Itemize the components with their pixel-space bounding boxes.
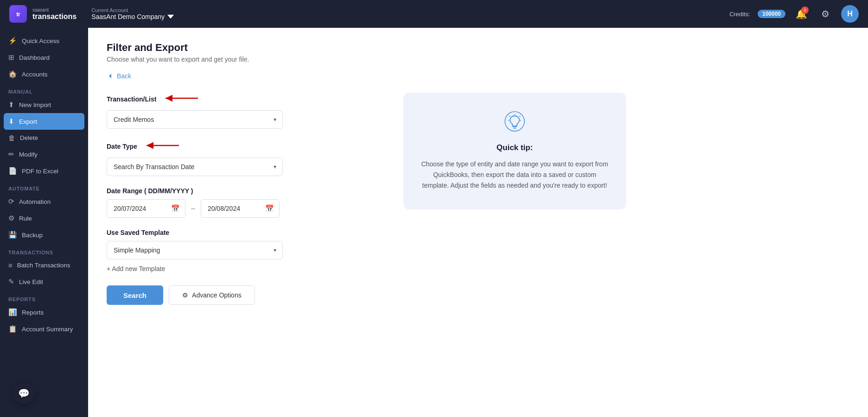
page-title: Filter and Export <box>107 42 849 54</box>
red-arrow-date-icon <box>142 140 179 151</box>
date-from-input[interactable] <box>107 199 185 218</box>
sidebar-item-export[interactable]: ⬇ Export <box>4 113 84 130</box>
modify-icon: ✏ <box>8 150 14 158</box>
date-type-group: Date Type <box>107 140 385 176</box>
date-to-wrapper: 📅 <box>201 199 280 218</box>
add-template-button[interactable]: + Add new Template <box>107 265 385 272</box>
sidebar-item-accounts[interactable]: 🏠 Accounts <box>0 66 88 82</box>
pdf-icon: 📄 <box>8 167 17 175</box>
tip-lightbulb-svg <box>504 111 525 132</box>
summary-icon: 📋 <box>8 325 17 333</box>
tip-text: Choose the type of entity and date range… <box>420 159 609 191</box>
quick-access-icon: ⚡ <box>8 37 17 45</box>
svg-line-7 <box>509 116 510 117</box>
sidebar-item-backup[interactable]: 💾 Backup <box>0 227 88 243</box>
topnav: tr saasant transactions Current Account … <box>0 0 868 28</box>
transaction-list-group: Transaction/List <box>107 93 385 129</box>
chat-bubble-button[interactable]: 💬 <box>13 383 34 404</box>
tip-card: Quick tip: Choose the type of entity and… <box>403 93 626 209</box>
rule-icon: ⚙ <box>8 214 14 222</box>
content-grid: Transaction/List <box>107 93 849 305</box>
sidebar-item-account-summary[interactable]: 📋 Account Summary <box>0 321 88 337</box>
topnav-left: tr saasant transactions Current Account … <box>9 5 174 23</box>
template-select-wrapper: Simple Mapping Advanced Mapping Custom T… <box>107 241 283 259</box>
template-row: Simple Mapping Advanced Mapping Custom T… <box>107 241 385 272</box>
date-type-select[interactable]: Search By Transaction Date Search By Due… <box>107 158 283 176</box>
gear-icon: ⚙ <box>821 8 830 19</box>
date-range-group: Date Range ( DD/MM/YYYY ) 📅 – 📅 <box>107 187 385 218</box>
back-button[interactable]: Back <box>107 72 131 80</box>
automate-section-label: AUTOMATE <box>0 179 88 193</box>
avatar[interactable]: H <box>841 5 859 23</box>
sidebar-item-dashboard[interactable]: ⊞ Dashboard <box>0 49 88 66</box>
template-select[interactable]: Simple Mapping Advanced Mapping Custom T… <box>107 241 283 259</box>
reports-icon: 📊 <box>8 308 17 316</box>
automation-icon: ⟳ <box>8 197 14 206</box>
svg-line-6 <box>519 116 520 117</box>
date-from-wrapper: 📅 <box>107 199 185 218</box>
sidebar-item-batch-transactions[interactable]: ≡ Batch Transactions <box>0 257 88 273</box>
live-edit-icon: ✎ <box>8 278 14 286</box>
template-label: Use Saved Template <box>107 229 385 236</box>
date-range-label: Date Range ( DD/MM/YYYY ) <box>107 187 385 195</box>
delete-icon: 🗑 <box>8 134 15 142</box>
app-name: saasant transactions <box>32 7 77 21</box>
backup-icon: 💾 <box>8 231 17 239</box>
transaction-list-select-wrapper: Credit Memos Invoices Bills Payments Exp… <box>107 110 283 129</box>
action-row: Search ⚙ Advance Options <box>107 285 385 305</box>
layout: ⚡ Quick Access ⊞ Dashboard 🏠 Accounts MA… <box>0 28 868 417</box>
import-icon: ⬆ <box>8 101 14 109</box>
transaction-list-label: Transaction/List <box>107 93 385 106</box>
advance-options-button[interactable]: ⚙ Advance Options <box>169 285 255 305</box>
back-icon <box>107 72 114 80</box>
date-separator: – <box>191 204 195 213</box>
page-subtitle: Choose what you want to export and get y… <box>107 56 849 63</box>
date-to-input[interactable] <box>201 199 280 218</box>
arrow-annotation-date-type <box>142 140 179 153</box>
topnav-right: Credits: 100000 🔔 0 ⚙ H <box>729 5 859 23</box>
template-group: Use Saved Template Simple Mapping Advanc… <box>107 229 385 272</box>
arrow-annotation-transaction <box>161 93 198 106</box>
lightbulb-icon <box>504 111 525 136</box>
chat-icon: 💬 <box>18 388 30 399</box>
transactions-section-label: TRANSACTIONS <box>0 243 88 257</box>
sidebar-item-automation[interactable]: ⟳ Automation <box>0 193 88 210</box>
red-arrow-icon <box>161 93 198 104</box>
sidebar-item-pdf-to-excel[interactable]: 📄 PDF to Excel <box>0 163 88 179</box>
sidebar-item-reports[interactable]: 📊 Reports <box>0 304 88 321</box>
transaction-list-select[interactable]: Credit Memos Invoices Bills Payments Exp… <box>107 110 283 129</box>
notifications-button[interactable]: 🔔 0 <box>793 6 810 22</box>
sidebar-item-rule[interactable]: ⚙ Rule <box>0 210 88 227</box>
app-logo: tr <box>9 5 27 23</box>
date-type-select-wrapper: Search By Transaction Date Search By Due… <box>107 158 283 176</box>
sidebar-item-delete[interactable]: 🗑 Delete <box>0 130 88 146</box>
main-content: Filter and Export Choose what you want t… <box>88 28 868 417</box>
sidebar-item-quick-access[interactable]: ⚡ Quick Access <box>0 32 88 49</box>
date-type-label: Date Type <box>107 140 385 153</box>
sidebar: ⚡ Quick Access ⊞ Dashboard 🏠 Accounts MA… <box>0 28 88 417</box>
date-range-row: 📅 – 📅 <box>107 199 385 218</box>
form-section: Transaction/List <box>107 93 385 305</box>
account-info: Current Account SaasAnt Demo Company <box>91 7 174 20</box>
sidebar-item-new-import[interactable]: ⬆ New Import <box>0 96 88 113</box>
accounts-icon: 🏠 <box>8 70 17 78</box>
account-switcher[interactable]: SaasAnt Demo Company <box>91 13 174 20</box>
manual-section-label: MANUAL <box>0 82 88 96</box>
search-button[interactable]: Search <box>107 285 163 305</box>
chevron-down-icon <box>167 13 174 20</box>
dashboard-icon: ⊞ <box>8 53 14 62</box>
export-icon: ⬇ <box>8 117 14 126</box>
sliders-icon: ⚙ <box>182 291 188 299</box>
tip-title: Quick tip: <box>497 143 533 152</box>
sidebar-item-live-edit[interactable]: ✎ Live Edit <box>0 273 88 290</box>
settings-button[interactable]: ⚙ <box>817 6 834 22</box>
reports-section-label: REPORTS <box>0 290 88 304</box>
batch-icon: ≡ <box>8 261 13 269</box>
sidebar-item-modify[interactable]: ✏ Modify <box>0 146 88 163</box>
